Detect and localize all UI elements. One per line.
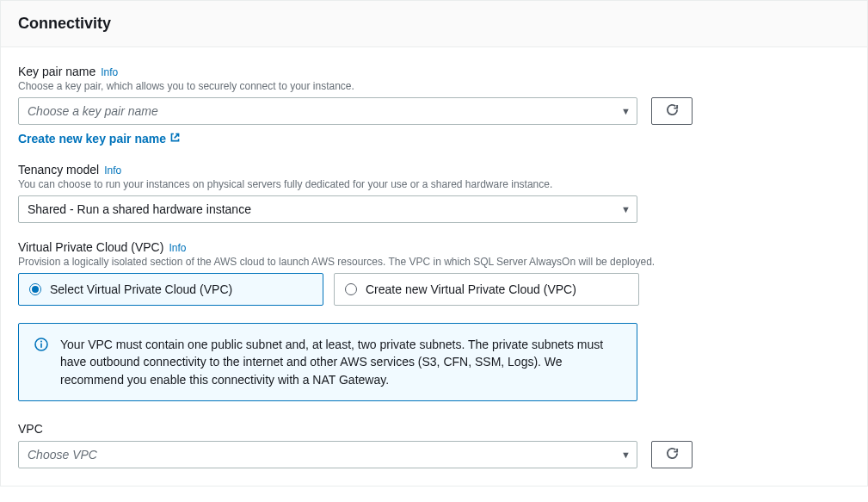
vpc-tile-create-new-label: Create new Virtual Private Cloud (VPC) bbox=[366, 282, 576, 296]
vpc-select-placeholder: Choose VPC bbox=[28, 448, 97, 462]
vpc-tile-select-existing[interactable]: Select Virtual Private Cloud (VPC) bbox=[18, 273, 323, 306]
tenancy-select-value: Shared - Run a shared hardware instance bbox=[28, 202, 251, 216]
svg-point-1 bbox=[40, 341, 42, 343]
vpc-label: Virtual Private Cloud (VPC) bbox=[18, 240, 163, 254]
vpc-select-field: VPC Choose VPC ▼ bbox=[18, 422, 850, 468]
panel-header: Connectivity bbox=[1, 1, 867, 47]
tenancy-field: Tenancy model Info You can choose to run… bbox=[18, 163, 850, 223]
vpc-info-alert: Your VPC must contain one public subnet … bbox=[18, 323, 637, 401]
tenancy-info-link[interactable]: Info bbox=[104, 164, 121, 177]
radio-unselected-icon bbox=[345, 283, 357, 295]
tenancy-label: Tenancy model bbox=[18, 163, 99, 177]
keypair-info-link[interactable]: Info bbox=[101, 66, 118, 78]
keypair-refresh-button[interactable] bbox=[651, 97, 693, 125]
connectivity-panel: Connectivity Key pair name Info Choose a… bbox=[0, 0, 868, 487]
panel-body: Key pair name Info Choose a key pair, wh… bbox=[1, 47, 867, 486]
vpc-tile-select-existing-label: Select Virtual Private Cloud (VPC) bbox=[50, 282, 232, 296]
vpc-select[interactable]: Choose VPC bbox=[18, 441, 637, 468]
info-icon bbox=[34, 336, 48, 388]
refresh-icon bbox=[666, 447, 679, 462]
vpc-section: Virtual Private Cloud (VPC) Info Provisi… bbox=[18, 240, 850, 306]
vpc-info-alert-text: Your VPC must contain one public subnet … bbox=[60, 336, 621, 388]
create-keypair-link-text: Create new key pair name bbox=[18, 132, 166, 146]
vpc-desc: Provision a logically isolated section o… bbox=[18, 256, 850, 268]
vpc-select-label: VPC bbox=[18, 422, 43, 436]
svg-rect-2 bbox=[40, 344, 42, 348]
keypair-select-placeholder: Choose a key pair name bbox=[28, 104, 158, 118]
panel-title: Connectivity bbox=[18, 15, 850, 33]
tenancy-desc: You can choose to run your instances on … bbox=[18, 178, 850, 190]
vpc-tile-create-new[interactable]: Create new Virtual Private Cloud (VPC) bbox=[334, 273, 639, 306]
keypair-select[interactable]: Choose a key pair name bbox=[18, 97, 637, 125]
create-keypair-link[interactable]: Create new key pair name bbox=[18, 132, 181, 146]
keypair-label: Key pair name bbox=[18, 65, 95, 78]
external-link-icon bbox=[169, 132, 181, 146]
refresh-icon bbox=[666, 103, 679, 119]
keypair-field: Key pair name Info Choose a key pair, wh… bbox=[18, 65, 850, 146]
keypair-desc: Choose a key pair, which allows you to s… bbox=[18, 80, 850, 92]
vpc-info-link[interactable]: Info bbox=[169, 242, 186, 254]
vpc-refresh-button[interactable] bbox=[651, 441, 693, 468]
tenancy-select[interactable]: Shared - Run a shared hardware instance bbox=[18, 195, 637, 223]
radio-selected-icon bbox=[29, 283, 41, 295]
